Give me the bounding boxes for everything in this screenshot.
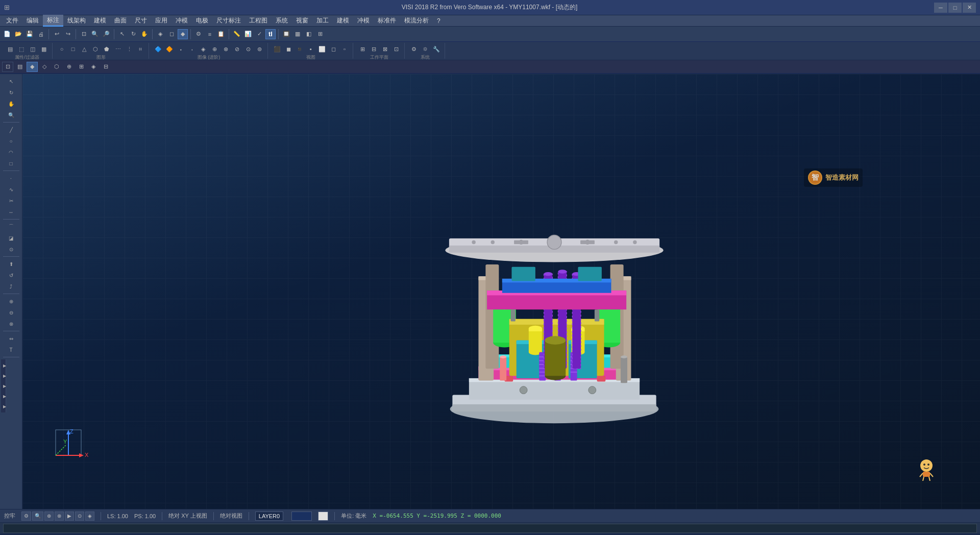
menu-apply[interactable]: 应用 [151, 15, 172, 26]
lt-mini3[interactable]: ▶ [2, 381, 7, 391]
tb-prop4[interactable]: ▩ [39, 44, 49, 54]
tb-zoom-in[interactable]: 🔍 [90, 29, 100, 39]
lt-line[interactable]: ╱ [2, 125, 20, 135]
tb-view3[interactable]: ◧ [304, 29, 314, 39]
lt-mini1[interactable]: ▶ [2, 360, 7, 371]
tb-print[interactable]: 🖨 [36, 29, 46, 39]
tb-sys1[interactable]: ⚙ [409, 44, 419, 54]
tb-analysis[interactable]: 📊 [243, 29, 253, 39]
tb-wp1[interactable]: ⊞ [357, 44, 368, 54]
status-btn4[interactable]: ⊗ [55, 512, 64, 521]
tb-shape5[interactable]: ⬟ [102, 44, 112, 54]
lt-circle[interactable]: ○ [2, 136, 20, 146]
tb-img8[interactable]: ⊘ [232, 44, 242, 54]
tb-measure[interactable]: 📏 [232, 29, 242, 39]
tb-shade[interactable]: ◈ [155, 29, 165, 39]
tb-r3-1[interactable]: ⊡ [2, 62, 13, 72]
status-btn7[interactable]: ◈ [85, 512, 94, 521]
tb-r3-3[interactable]: ◆ [27, 62, 38, 72]
menu-system[interactable]: 系统 [272, 15, 292, 26]
menu-dim-mark[interactable]: 尺寸标注 [212, 15, 245, 26]
tb-zoom-out[interactable]: 🔎 [101, 29, 111, 39]
lt-arc[interactable]: ◠ [2, 147, 20, 157]
status-btn1[interactable]: ⚙ [21, 512, 31, 521]
lt-sweep[interactable]: ⤴ [2, 281, 20, 291]
layer-indicator[interactable]: LAYER0 [255, 512, 283, 521]
tb-img5[interactable]: ◈ [198, 44, 208, 54]
lt-mini4[interactable]: ▶ [2, 391, 7, 401]
lt-point[interactable]: · [2, 173, 20, 183]
tb-prop3[interactable]: ◫ [28, 44, 38, 54]
status-btn2[interactable]: 🔍 [32, 512, 43, 521]
tb-r3-9[interactable]: ⊟ [100, 62, 111, 72]
menu-annotation[interactable]: 标注 [43, 15, 63, 27]
tb-img6[interactable]: ⊕ [209, 44, 219, 54]
tb-save[interactable]: 💾 [24, 29, 35, 39]
tb-r3-2[interactable]: ▤ [14, 62, 26, 72]
tb-shape3[interactable]: △ [79, 44, 89, 54]
minimize-button[interactable]: ─ [934, 3, 947, 13]
tb-view4[interactable]: ⊞ [315, 29, 325, 39]
lt-spline[interactable]: ∿ [2, 184, 20, 194]
menu-stamp[interactable]: 冲模 [172, 15, 192, 26]
lt-bool-int[interactable]: ⊗ [2, 319, 20, 329]
tb-r3-5[interactable]: ⬡ [51, 62, 62, 72]
lt-rotate[interactable]: ↻ [2, 87, 20, 98]
menu-surface[interactable]: 曲面 [110, 15, 131, 26]
tb-sys3[interactable]: 🔧 [431, 44, 442, 54]
tb-pan[interactable]: ✋ [139, 29, 150, 39]
tb-new[interactable]: 📄 [2, 29, 12, 39]
tb-img1[interactable]: 🔷 [153, 44, 163, 54]
menu-file[interactable]: 文件 [2, 15, 22, 26]
tb-vw3[interactable]: ◾ [295, 44, 305, 54]
tb-wire[interactable]: ◻ [166, 29, 177, 39]
menu-view[interactable]: 视窗 [292, 15, 312, 26]
tb-wp3[interactable]: ⊠ [380, 44, 390, 54]
lt-text[interactable]: T [2, 345, 20, 355]
tb-view1[interactable]: 🔲 [281, 29, 291, 39]
tb-layer[interactable]: ≡ [205, 29, 215, 39]
close-button[interactable]: ✕ [963, 3, 976, 13]
tb-vw5[interactable]: ⬜ [317, 44, 327, 54]
tb-zoom-fit[interactable]: ⊡ [79, 29, 89, 39]
maximize-button[interactable]: □ [948, 3, 962, 13]
lt-extend[interactable]: ↔ [2, 207, 20, 217]
tb-shape7[interactable]: ⋮ [124, 44, 134, 54]
tb-img10[interactable]: ⊚ [254, 44, 264, 54]
tb-img7[interactable]: ⊗ [220, 44, 231, 54]
tb-select[interactable]: ↖ [117, 29, 127, 39]
lt-mini5[interactable]: ▶ [2, 401, 7, 411]
tb-prop2[interactable]: ⬚ [16, 44, 27, 54]
command-line[interactable] [3, 524, 977, 533]
menu-wireframe[interactable]: 线架构 [63, 15, 90, 26]
status-btn5[interactable]: ▶ [65, 512, 74, 521]
lt-offset[interactable]: ⊙ [2, 244, 20, 254]
lt-fillet[interactable]: ⌒ [2, 222, 20, 232]
menu-solid[interactable]: 建模 [90, 15, 110, 26]
tb-img2[interactable]: 🔶 [164, 44, 175, 54]
tb-undo[interactable]: ↩ [52, 29, 62, 39]
lt-dim[interactable]: ⇔ [2, 333, 20, 344]
tb-redo[interactable]: ↪ [63, 29, 73, 39]
lt-rect[interactable]: □ [2, 158, 20, 168]
tb-wp2[interactable]: ⊟ [369, 44, 379, 54]
tb-shape1[interactable]: ○ [57, 44, 67, 54]
menu-modeling[interactable]: 建模 [333, 15, 353, 26]
menu-electrode[interactable]: 电极 [192, 15, 212, 26]
lt-bool-sub[interactable]: ⊖ [2, 307, 20, 318]
tb-props[interactable]: 📋 [216, 29, 226, 39]
status-btn3[interactable]: ⊕ [44, 512, 54, 521]
viewport[interactable]: Z X Y 智 智造素材网 [22, 74, 980, 509]
tb-vw6[interactable]: ◻ [328, 44, 338, 54]
tb-vw1[interactable]: ⬛ [272, 44, 282, 54]
menu-dim[interactable]: 尺寸 [131, 15, 151, 26]
tb-wp4[interactable]: ⊡ [391, 44, 401, 54]
tb-r3-6[interactable]: ⊕ [63, 62, 75, 72]
tb-rotate[interactable]: ↻ [128, 29, 138, 39]
menu-machining[interactable]: 加工 [312, 15, 333, 26]
menu-standard[interactable]: 标准件 [374, 15, 400, 26]
tb-sys2[interactable]: ⛭ [420, 44, 430, 54]
tb-view2[interactable]: ▦ [292, 29, 303, 39]
tb-r3-7[interactable]: ⊞ [76, 62, 87, 72]
lt-revolve[interactable]: ↺ [2, 270, 20, 280]
